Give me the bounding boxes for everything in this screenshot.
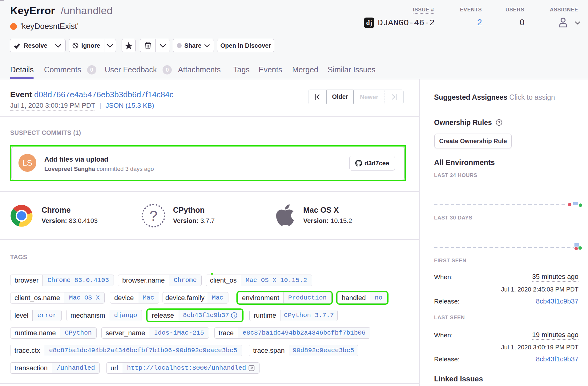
svg-text:?: ? [498,121,500,125]
